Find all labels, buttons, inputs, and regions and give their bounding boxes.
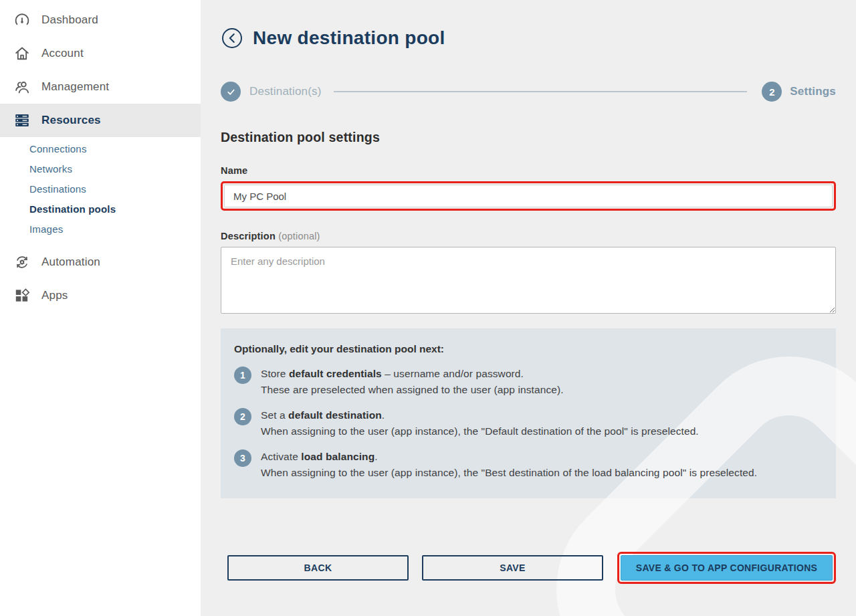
house-icon — [13, 45, 31, 62]
info-item-1-text: Store default credentials – username and… — [261, 366, 564, 398]
step2-circle: 2 — [762, 82, 782, 102]
step2-label: Settings — [790, 85, 836, 98]
info-item-2-text: Set a default destination. When assignin… — [261, 407, 699, 439]
info-box-title: Optionally, edit your destination pool n… — [234, 343, 823, 355]
wizard-stepper: Destination(s) 2 Settings — [221, 82, 836, 102]
description-label: Description (optional) — [221, 231, 836, 241]
description-label-text: Description — [221, 231, 276, 241]
sidebar-item-label: Management — [41, 80, 109, 94]
sidebar-item-account[interactable]: Account — [0, 37, 201, 70]
people-icon — [13, 78, 31, 96]
description-textarea[interactable] — [221, 247, 836, 314]
footer-actions: BACK SAVE SAVE & GO TO APP CONFIGURATION… — [221, 552, 836, 584]
sidebar-item-label: Dashboard — [41, 13, 98, 27]
info-item-3-number-badge: 3 — [234, 449, 251, 467]
sidebar-item-label: Account — [41, 47, 84, 60]
annotation-highlight-save-go-button: SAVE & GO TO APP CONFIGURATIONS — [617, 552, 836, 584]
back-button[interactable]: BACK — [227, 555, 409, 581]
resources-subnav: Connections Networks Destinations Destin… — [0, 137, 201, 245]
sidebar-subitem-networks[interactable]: Networks — [0, 159, 201, 179]
sync-gear-icon — [13, 253, 31, 271]
info-item-1: 1 Store default credentials – username a… — [234, 366, 823, 398]
page-header: New destination pool — [221, 27, 836, 49]
name-input[interactable] — [224, 185, 833, 207]
sidebar-subitem-connections[interactable]: Connections — [0, 138, 201, 159]
page-title: New destination pool — [253, 27, 445, 49]
sidebar-item-label: Automation — [41, 255, 100, 269]
annotation-highlight-name-input — [221, 181, 836, 211]
subitem-label: Images — [29, 223, 63, 235]
sidebar-subitem-destination-pools[interactable]: Destination pools — [0, 199, 201, 219]
back-icon[interactable] — [221, 27, 243, 49]
description-optional-text: (optional) — [278, 231, 320, 241]
sidebar-item-dashboard[interactable]: Dashboard — [0, 3, 201, 37]
info-item-3: 3 Activate load balancing. When assignin… — [234, 449, 823, 481]
info-item-2-number-badge: 2 — [234, 408, 251, 425]
sidebar: Dashboard Account Managem — [0, 0, 201, 616]
info-item-1-number-badge: 1 — [234, 367, 251, 384]
info-item-2: 2 Set a default destination. When assign… — [234, 407, 823, 439]
name-label: Name — [221, 165, 836, 176]
step1-label: Destination(s) — [249, 85, 322, 98]
info-item-3-text: Activate load balancing. When assigning … — [261, 449, 757, 481]
subitem-label: Destination pools — [29, 203, 116, 215]
subitem-label: Connections — [29, 143, 87, 155]
sidebar-item-label: Apps — [41, 289, 68, 302]
subitem-label: Destinations — [29, 183, 86, 195]
sidebar-subitem-destinations[interactable]: Destinations — [0, 179, 201, 199]
sidebar-item-label: Resources — [41, 114, 101, 127]
main-content: New destination pool Destination(s) 2 Se… — [201, 0, 856, 616]
save-and-go-to-app-configurations-button[interactable]: SAVE & GO TO APP CONFIGURATIONS — [621, 555, 833, 581]
sidebar-item-management[interactable]: Management — [0, 70, 201, 104]
sidebar-item-automation[interactable]: Automation — [0, 245, 201, 279]
server-stack-icon — [13, 112, 31, 129]
sidebar-item-apps[interactable]: Apps — [0, 279, 201, 312]
info-box: Optionally, edit your destination pool n… — [221, 328, 836, 498]
sidebar-item-resources[interactable]: Resources — [0, 104, 201, 137]
stepper-connector-line — [334, 91, 748, 92]
app-window: Dashboard Account Managem — [0, 0, 856, 616]
subitem-label: Networks — [29, 163, 72, 175]
app-grid-icon — [13, 287, 31, 304]
step1-check-icon — [221, 82, 241, 102]
sidebar-subitem-images[interactable]: Images — [0, 219, 201, 239]
section-title: Destination pool settings — [221, 130, 836, 145]
save-button[interactable]: SAVE — [422, 555, 603, 581]
dashboard-gauge-icon — [13, 11, 31, 29]
